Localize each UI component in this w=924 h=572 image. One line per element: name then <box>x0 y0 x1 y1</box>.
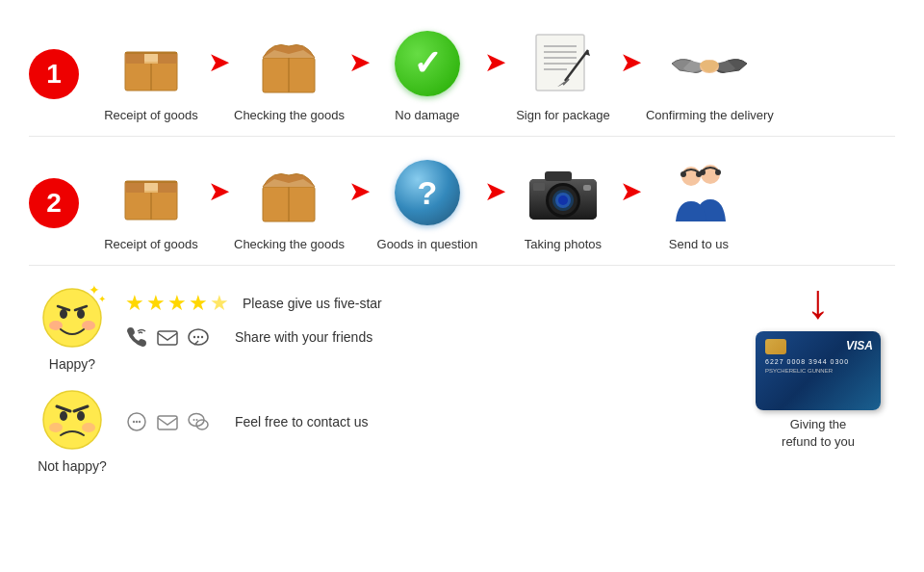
refund-arrow-icon: ↓ <box>807 277 831 325</box>
arrow2-2: ➤ <box>348 175 371 207</box>
photos-label: Taking photos <box>525 237 602 251</box>
receipt2-icon <box>108 154 194 231</box>
happy-actions: ★ ★ ★ ★ ★ Please give us five-star <box>125 291 382 358</box>
svg-point-58 <box>82 423 95 432</box>
step1-sign: Sign for package <box>510 25 616 122</box>
step1-row: 1 Receipt of goods ➤ <box>29 19 895 128</box>
step1-confirm: Confirming the delivery <box>646 25 774 122</box>
sign-label: Sign for package <box>516 108 610 122</box>
svg-rect-5 <box>144 54 158 62</box>
step2-sendus: Send to us <box>646 154 752 251</box>
checking1-label: Checking the goods <box>234 108 345 122</box>
svg-rect-35 <box>533 183 545 191</box>
check-circle: ✓ <box>395 31 460 96</box>
question-sphere: ? <box>395 160 460 225</box>
receipt2-label: Receipt of goods <box>104 237 198 251</box>
question-label: Goods in question <box>377 237 478 251</box>
svg-point-64 <box>133 421 135 423</box>
step1-number: 1 <box>29 49 79 99</box>
svg-rect-21 <box>125 181 177 183</box>
step2-photos: Taking photos <box>510 154 616 251</box>
step2-row: 2 Receipt of goods ➤ <box>29 148 895 257</box>
checking2-icon <box>245 154 332 231</box>
svg-text:✦: ✦ <box>98 294 106 304</box>
checking1-icon <box>245 25 332 102</box>
svg-point-70 <box>193 419 195 421</box>
check-icon: ✓ <box>413 46 442 81</box>
svg-point-71 <box>196 419 198 421</box>
divider1 <box>29 136 895 137</box>
svg-point-57 <box>49 423 63 432</box>
arrow1-3: ➤ <box>484 46 506 78</box>
sendus-icon <box>655 154 742 231</box>
receipt1-label: Receipt of goods <box>104 108 198 122</box>
svg-rect-3 <box>125 52 177 54</box>
not-happy-label: Not happy? <box>29 458 116 474</box>
not-happy-face-container: Not happy? <box>29 379 116 474</box>
svg-rect-67 <box>158 416 177 429</box>
step2-checking: Checking the goods <box>234 154 345 251</box>
five-star-text: Please give us five-star <box>243 296 382 311</box>
envelope-icon <box>156 410 179 433</box>
star4-icon: ★ <box>189 291 208 316</box>
svg-rect-51 <box>158 331 177 345</box>
card-number: 6227 0008 3944 0300 <box>765 358 871 365</box>
svg-point-53 <box>193 336 195 338</box>
not-happy-row: Not happy? <box>29 379 722 474</box>
star3-icon: ★ <box>167 291 187 316</box>
arrow1-4: ➤ <box>620 46 642 78</box>
phone-icon <box>125 325 148 349</box>
chat-icon <box>187 325 210 349</box>
svg-point-42 <box>43 289 101 347</box>
svg-point-33 <box>558 195 568 205</box>
svg-point-66 <box>139 421 141 423</box>
svg-point-54 <box>197 336 199 338</box>
happy-face-container: ✦ ✦ Happy? <box>29 277 116 372</box>
svg-point-60 <box>77 411 85 421</box>
svg-point-55 <box>201 336 203 338</box>
sign-icon <box>520 25 606 102</box>
arrow2-4: ➤ <box>620 175 642 207</box>
checking2-label: Checking the goods <box>234 237 345 251</box>
contact-text: Feel free to contact us <box>235 414 369 429</box>
svg-point-40 <box>680 171 686 177</box>
arrow1-1: ➤ <box>208 46 230 78</box>
contact-icons <box>125 410 221 433</box>
card-name: PSYCHERELIC GUNNER <box>765 368 871 374</box>
nodamage-icon: ✓ <box>384 25 471 102</box>
divider2 <box>29 265 895 266</box>
question-mark-icon: ? <box>418 176 438 209</box>
camera-icon <box>520 154 606 231</box>
step1-nodamage: ✓ No damage <box>374 25 480 122</box>
receipt1-icon <box>108 25 194 102</box>
five-star-item: ★ ★ ★ ★ ★ Please give us five-star <box>125 291 382 316</box>
svg-point-56 <box>43 391 101 449</box>
step1-checking: Checking the goods <box>234 25 345 122</box>
svg-point-41 <box>696 171 702 177</box>
step1-receipt: Receipt of goods <box>98 25 204 122</box>
svg-point-39 <box>715 169 721 175</box>
step2-question: ? Goods in question <box>374 154 480 251</box>
share-text: Share with your friends <box>235 329 372 345</box>
stars-icons: ★ ★ ★ ★ ★ <box>125 291 229 316</box>
step2-number: 2 <box>29 178 79 228</box>
svg-point-65 <box>136 421 138 423</box>
arrow2-3: ➤ <box>484 175 506 207</box>
step2-items: Receipt of goods ➤ Checking the goods ➤ <box>98 154 895 251</box>
arrow1-2: ➤ <box>348 46 371 78</box>
svg-rect-8 <box>536 35 584 91</box>
svg-point-45 <box>60 309 67 319</box>
svg-rect-34 <box>583 185 591 191</box>
contact-item: Feel free to contact us <box>125 410 369 433</box>
star2-icon: ★ <box>146 291 166 316</box>
not-happy-actions: Feel free to contact us <box>125 410 369 443</box>
happy-label: Happy? <box>29 356 116 372</box>
svg-rect-28 <box>545 171 572 181</box>
svg-rect-23 <box>144 183 158 191</box>
svg-point-59 <box>60 411 67 421</box>
nodamage-label: No damage <box>395 108 459 122</box>
wechat-icon <box>187 410 210 433</box>
bubble-icon <box>125 410 148 433</box>
svg-point-46 <box>77 309 85 319</box>
sendus-label: Send to us <box>669 237 729 251</box>
